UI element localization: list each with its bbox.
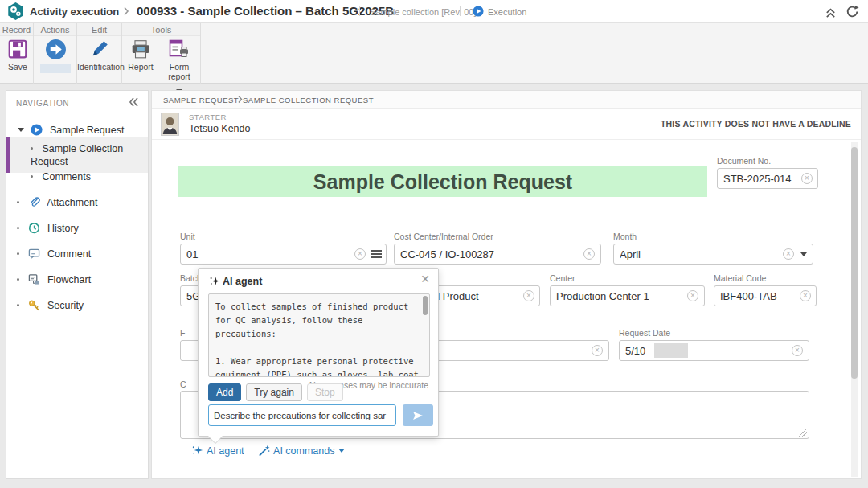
request-date-input[interactable]: [619, 340, 809, 361]
floppy-disk-icon: [7, 39, 28, 59]
sidebar-item-history[interactable]: History: [6, 218, 148, 238]
sidebar-item-label: Sample Collection Request: [31, 143, 123, 167]
ai-agent-link[interactable]: AI agent: [191, 445, 244, 457]
dropdown-caret-icon[interactable]: [800, 252, 807, 256]
sidebar-item-comment[interactable]: Comment: [6, 244, 148, 264]
deadline-notice: THIS ACTIVITY DOES NOT HAVE A DEADLINE: [661, 119, 851, 129]
execute-action-button[interactable]: [40, 39, 71, 73]
material-code-label: Material Code: [714, 273, 817, 284]
breadcrumb-level1[interactable]: SAMPLE REQUEST: [163, 96, 239, 105]
send-button[interactable]: [403, 404, 433, 426]
lookup-list-icon[interactable]: [371, 248, 382, 260]
ribbon-group-record: Record Save: [0, 23, 34, 84]
ribbon-group-record-label: Record: [0, 23, 33, 36]
sidebar-item-label: Flowchart: [47, 274, 91, 285]
form-report-button[interactable]: Form report: [159, 39, 199, 96]
identification-button-label: Identification: [77, 62, 122, 72]
date-selection-highlight: [654, 343, 688, 358]
clear-icon[interactable]: [801, 173, 813, 184]
sidebar-item-attachment[interactable]: Attachment: [6, 192, 148, 212]
sidebar-item-label: Comments: [42, 171, 90, 182]
sidebar-item-comments[interactable]: Comments: [6, 167, 148, 187]
content-scrollbar[interactable]: [851, 142, 858, 477]
clear-icon[interactable]: [792, 345, 803, 356]
center-label: Center: [550, 273, 705, 284]
top-bar: Activity execution 000933 - Sample Colle…: [0, 0, 868, 23]
divider: [359, 6, 360, 16]
clear-icon[interactable]: [592, 345, 603, 356]
starter-avatar: [161, 113, 179, 136]
ai-prompt-input[interactable]: [208, 404, 396, 426]
request-date-label: Request Date: [619, 328, 809, 338]
breadcrumb-level2[interactable]: SAMPLE COLLECTION REQUEST: [243, 96, 374, 105]
sidebar-item-flowchart[interactable]: Flowchart: [6, 269, 148, 289]
center-input[interactable]: [550, 285, 705, 306]
play-circle-icon: [31, 124, 43, 136]
refresh-icon[interactable]: [845, 5, 859, 18]
navigation-panel-title: NAVIGATION: [16, 99, 69, 108]
printer-icon: [130, 39, 151, 59]
document-no-field: Document No.: [717, 156, 818, 189]
starter-label: STARTER: [189, 113, 227, 121]
content-scrollbar-thumb[interactable]: [851, 147, 858, 379]
month-label: Month: [613, 232, 813, 242]
stop-button[interactable]: Stop: [307, 383, 343, 401]
form-title-banner: Sample Collection Request: [178, 166, 707, 197]
cost-center-label: Cost Center/Internal Order: [394, 232, 601, 242]
expanded-caret-icon[interactable]: [18, 128, 24, 132]
resize-handle[interactable]: [799, 429, 807, 437]
material-code-field: Material Code: [714, 273, 817, 306]
request-date-field: Request Date: [619, 328, 809, 361]
clear-icon[interactable]: [523, 290, 534, 301]
clear-icon[interactable]: [687, 290, 698, 301]
collapse-navigation-icon[interactable]: [127, 96, 140, 109]
ai-response-scrollbar-thumb[interactable]: [423, 296, 428, 315]
clear-icon[interactable]: [354, 248, 366, 260]
flowchart-icon: [28, 273, 40, 285]
ribbon-group-tools-label: Tools: [122, 23, 200, 36]
popup-tail: [208, 436, 223, 443]
magic-wand-icon: [258, 445, 270, 457]
center-field: Center: [550, 273, 705, 306]
activity-execution-window: Activity execution 000933 - Sample Colle…: [0, 0, 868, 488]
sidebar-item-label: Sample Request: [50, 125, 124, 136]
cost-center-input[interactable]: [394, 244, 601, 265]
report-button[interactable]: Report: [124, 39, 158, 72]
ai-agent-popup: AI agent ✕ To collect samples of finishe…: [198, 268, 439, 437]
sidebar-item-security[interactable]: Security: [6, 295, 148, 315]
starter-row: STARTER Tetsuo Kendo THIS ACTIVITY DOES …: [152, 109, 861, 140]
report-button-label: Report: [124, 62, 158, 72]
try-again-button[interactable]: Try again: [246, 383, 302, 401]
page-bottom-strip: [0, 479, 868, 488]
divider: [460, 6, 461, 16]
speech-bubble-icon: [28, 248, 40, 260]
ribbon-group-edit: Edit Identification: [77, 23, 122, 84]
execution-play-icon: [473, 6, 484, 17]
bullet-icon: [31, 147, 33, 150]
sidebar-item-label: Security: [47, 300, 84, 311]
save-button[interactable]: Save: [4, 39, 31, 72]
ai-commands-link[interactable]: AI commands: [258, 445, 345, 457]
sparkle-icon: [191, 445, 203, 457]
pencil-icon: [89, 39, 110, 59]
identification-button[interactable]: Identification: [77, 39, 122, 72]
clock-icon: [28, 222, 40, 234]
ribbon-group-tools: Tools Report: [122, 23, 201, 84]
close-icon[interactable]: ✕: [420, 273, 430, 285]
clear-icon[interactable]: [800, 290, 811, 301]
sidebar-item-label: History: [47, 223, 79, 234]
save-button-label: Save: [4, 62, 31, 72]
form-report-icon: [169, 39, 190, 59]
arrow-circle-right-icon: [45, 39, 67, 60]
form-report-button-label: Form report: [159, 62, 199, 81]
clear-icon[interactable]: [583, 248, 595, 260]
collapse-header-icon[interactable]: [824, 5, 837, 18]
clear-icon[interactable]: [783, 248, 794, 260]
add-button[interactable]: Add: [208, 383, 241, 401]
bullet-icon: [17, 304, 19, 306]
ribbon-group-actions-label: Actions: [34, 23, 76, 36]
unit-field: Unit: [180, 232, 387, 265]
paperclip-icon: [28, 196, 40, 208]
bullet-icon: [31, 175, 33, 178]
ai-response-box[interactable]: To collect samples of finished product f…: [208, 293, 430, 377]
